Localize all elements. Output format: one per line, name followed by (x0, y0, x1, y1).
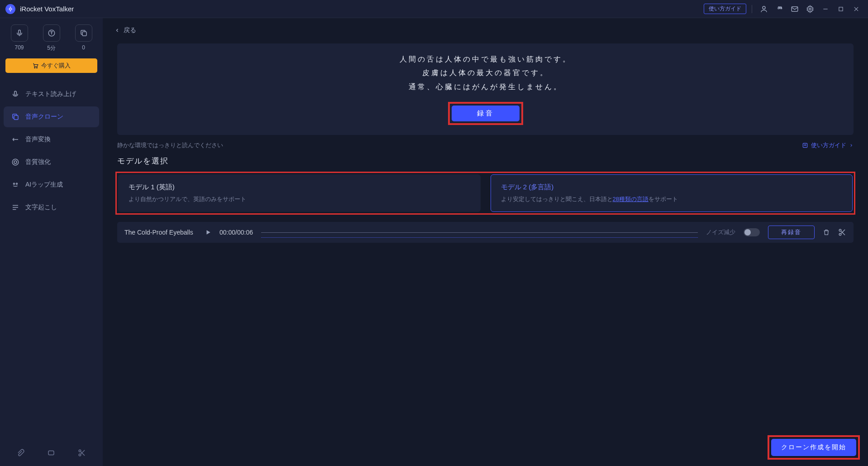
recording-time: 00:00/00:06 (219, 229, 253, 236)
svg-rect-5 (839, 7, 843, 10)
recording-row: The Cold-Proof Eyeballs 00:00/00:06 ノイズ減… (117, 222, 854, 243)
model-card-1[interactable]: モデル 1 (英語) より自然かつリアルで、英語のみをサポート (118, 174, 481, 212)
main-content: 戻る 人間の舌は人体の中で最も強い筋肉です。 皮膚は人体の最大の器官です。 通常… (103, 18, 868, 466)
back-button[interactable]: 戻る (103, 18, 868, 40)
sidebar-nav: テキスト読み上げ 音声クローン 音声変換 音質強化 (0, 79, 103, 222)
highlight-box: クローン作成を開始 (768, 435, 860, 460)
chevron-right-icon (849, 143, 854, 148)
tts-icon (11, 90, 20, 98)
titlebar: iRocket VoxTalker 使い方ガイド (0, 0, 868, 18)
waveform[interactable] (261, 226, 698, 239)
noise-reduction-label: ノイズ減少 (706, 228, 735, 236)
titlebar-right: 使い方ガイド (704, 3, 863, 15)
nav-transcribe[interactable]: 文字起こし (4, 197, 99, 218)
buy-now-label: 今すぐ購入 (41, 62, 71, 70)
scissors-icon[interactable] (78, 449, 86, 457)
mic-icon (11, 24, 28, 42)
svg-point-20 (79, 450, 81, 452)
script-panel: 人間の舌は人体の中で最も強い筋肉です。 皮膚は人体の最大の器官です。 通常、心臓… (117, 43, 854, 135)
chevron-left-icon (114, 28, 120, 33)
svg-rect-13 (14, 91, 17, 95)
minimize-icon[interactable] (819, 3, 832, 15)
nav-label: 音声クローン (25, 113, 63, 121)
waveform-line (261, 232, 698, 233)
divider (752, 5, 752, 13)
svg-marker-27 (207, 231, 210, 235)
cart-icon (32, 62, 38, 69)
model-row: モデル 1 (英語) より自然かつリアルで、英語のみをサポート モデル 2 (多… (118, 174, 853, 212)
toggle-knob (744, 229, 751, 235)
script-text: 人間の舌は人体の中で最も強い筋肉です。 皮膚は人体の最大の器官です。 通常、心臓… (400, 53, 572, 94)
model-title: モデル 1 (英語) (129, 183, 470, 192)
nav-voice-change[interactable]: 音声変換 (4, 129, 99, 150)
back-label: 戻る (124, 26, 136, 34)
rerecord-button[interactable]: 再録音 (768, 226, 815, 239)
svg-point-15 (12, 159, 19, 165)
copy-icon (75, 24, 92, 42)
app-title: iRocket VoxTalker (20, 5, 74, 13)
buy-now-button[interactable]: 今すぐ購入 (5, 58, 97, 73)
model-desc: より安定してはっきりと聞こえ、日本語と28種類の言語をサポート (501, 195, 843, 203)
script-line: 皮膚は人体の最大の器官です。 (400, 66, 572, 80)
nav-voice-clone[interactable]: 音声クローン (4, 106, 99, 127)
languages-link[interactable]: 28種類の言語 (613, 196, 649, 202)
usage-guide-button[interactable]: 使い方ガイド (704, 4, 746, 14)
close-icon[interactable] (850, 3, 863, 15)
discord-icon[interactable] (773, 3, 786, 15)
play-icon[interactable] (205, 229, 211, 235)
hint-row: 静かな環境ではっきりと読んでください 使い方ガイド (103, 135, 868, 149)
maximize-icon[interactable] (835, 3, 847, 15)
nav-enhance[interactable]: 音質強化 (4, 152, 99, 173)
model-card-2[interactable]: モデル 2 (多言語) より安定してはっきりと聞こえ、日本語と28種類の言語をサ… (491, 174, 853, 212)
trim-icon[interactable] (838, 228, 846, 236)
nav-label: テキスト読み上げ (25, 90, 76, 98)
stat-clones[interactable]: 0 (75, 24, 92, 52)
noise-toggle[interactable] (744, 228, 760, 236)
change-icon (11, 135, 20, 144)
guide-link[interactable]: 使い方ガイド (802, 141, 854, 149)
stats-row: 709 5分 0 (5, 24, 97, 52)
script-line: 人間の舌は人体の中で最も強い筋肉です。 (400, 53, 572, 66)
list-icon (802, 142, 808, 149)
highlight-box: モデル 1 (英語) より自然かつリアルで、英語のみをサポート モデル 2 (多… (115, 172, 855, 215)
hint-text: 静かな環境ではっきりと読んでください (117, 141, 223, 149)
model-desc-post: をサポート (649, 196, 678, 202)
rap-icon (11, 181, 20, 189)
user-icon[interactable] (758, 3, 770, 15)
attach-icon[interactable] (17, 449, 25, 457)
recording-name: The Cold-Proof Eyeballs (124, 229, 197, 236)
nav-label: 音声変換 (25, 135, 51, 144)
nav-tts[interactable]: テキスト読み上げ (4, 84, 99, 105)
nav-label: AIラップ生成 (25, 181, 63, 189)
waveform-dots (261, 237, 698, 238)
svg-point-12 (37, 67, 38, 68)
svg-point-21 (79, 454, 81, 456)
clone-icon (11, 113, 20, 121)
record-button[interactable]: 録音 (452, 106, 520, 121)
svg-point-0 (10, 8, 12, 10)
stat-credits[interactable]: 709 (11, 24, 28, 52)
stat-minutes[interactable]: 5分 (43, 24, 60, 52)
nav-label: 音質強化 (25, 158, 51, 166)
loop-icon[interactable] (47, 449, 55, 457)
mail-icon[interactable] (788, 3, 801, 15)
bottom-tools (0, 440, 103, 466)
settings-icon[interactable] (804, 3, 816, 15)
transcribe-icon (11, 203, 20, 211)
stat-value: 0 (82, 44, 85, 51)
model-section-title: モデルを選択 (103, 149, 868, 167)
delete-icon[interactable] (823, 229, 830, 236)
highlight-box: 録音 (448, 102, 523, 125)
sidebar: 709 5分 0 今すぐ購入 (0, 18, 103, 466)
svg-rect-19 (48, 451, 54, 455)
svg-rect-10 (82, 32, 86, 36)
nav-rap[interactable]: AIラップ生成 (4, 174, 99, 195)
stat-value: 709 (14, 44, 24, 51)
titlebar-left: iRocket VoxTalker (5, 4, 74, 14)
nav-label: 文字起こし (25, 203, 57, 211)
svg-point-3 (809, 8, 811, 10)
start-clone-button[interactable]: クローン作成を開始 (771, 439, 856, 456)
svg-point-11 (34, 67, 35, 68)
svg-point-16 (14, 161, 17, 163)
svg-point-29 (839, 233, 841, 235)
